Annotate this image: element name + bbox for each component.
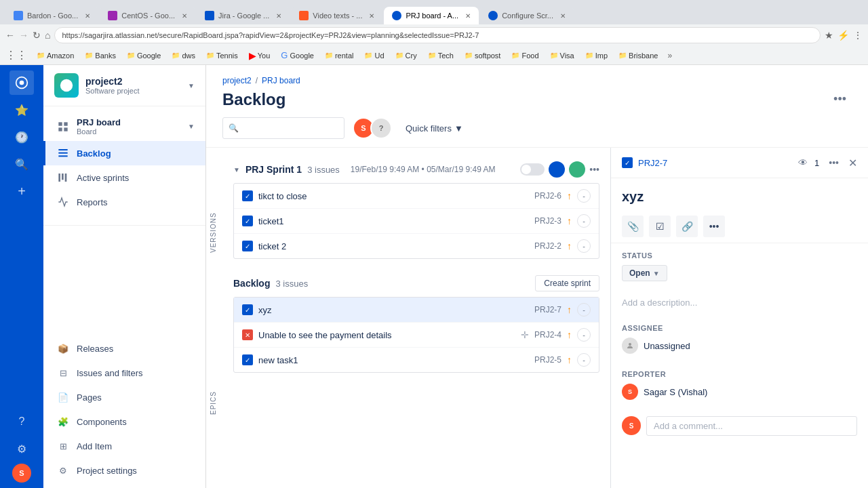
checklist-button[interactable]: ☑ (649, 216, 671, 237)
backlog-item-2[interactable]: ✕ Unable to see the payment details ✛ PR… (234, 323, 599, 348)
status-badge[interactable]: Open ▼ (622, 265, 667, 281)
rail-avatar[interactable]: S (12, 464, 31, 483)
search-box[interactable]: 🔍 (222, 117, 344, 139)
bookmark-ud[interactable]: 📁Ud (360, 50, 388, 61)
backlog-item-1[interactable]: ✓ xyz PRJ2-7 ↑ - (234, 298, 599, 323)
bookmark-rental[interactable]: 📁rental (321, 50, 358, 61)
issues-icon: ⊟ (56, 366, 70, 380)
sprint-toggle-switch[interactable] (520, 163, 545, 176)
tab-jira[interactable]: Jira - Google ... ✕ (197, 7, 290, 24)
detail-more-button[interactable]: ••• (825, 156, 843, 169)
item-checkbox-2[interactable]: ✓ (242, 216, 253, 226)
forward-btn[interactable]: → (19, 30, 28, 41)
bookmark-cry[interactable]: 📁Cry (391, 50, 421, 61)
bookmark-banks[interactable]: 📁Banks (81, 50, 120, 61)
rail-search[interactable]: 🔍 (9, 152, 34, 176)
item-action-2[interactable]: - (577, 214, 591, 228)
item-action-3[interactable]: - (577, 239, 591, 253)
more-options-button[interactable]: ••• (828, 89, 852, 109)
sidebar-item-reports[interactable]: Reports (43, 190, 205, 214)
sprint-count: 3 issues (307, 165, 340, 175)
backlog-item-checkbox-1[interactable]: ✓ (242, 304, 253, 315)
attach-button[interactable]: 📎 (622, 216, 644, 237)
backlog-item-action-1[interactable]: - (577, 303, 591, 317)
detail-issue-id[interactable]: PRJ2-7 (638, 158, 667, 168)
rail-help[interactable]: ? (9, 409, 34, 434)
bookmark-tennis[interactable]: 📁Tennis (202, 50, 242, 61)
sprint-header[interactable]: ▼ PRJ Sprint 1 3 issues 19/Feb/19 9:49 A… (233, 156, 599, 183)
sidebar-divider-1 (43, 225, 205, 226)
drag-handle-2[interactable]: ✛ (521, 329, 529, 340)
comment-input[interactable]: Add a comment... (646, 416, 857, 436)
sprint-item-1[interactable]: ✓ tikct to close PRJ2-6 ↑ - (234, 184, 599, 209)
more-bookmarks[interactable]: » (667, 51, 672, 60)
create-sprint-button[interactable]: Create sprint (535, 275, 599, 291)
sidebar-item-issues[interactable]: ⊟ Issues and filters (43, 361, 205, 385)
sprint-more-button[interactable]: ••• (589, 164, 599, 175)
backlog-item-action-2[interactable]: - (577, 328, 591, 342)
sidebar-item-board[interactable]: PRJ board Board ▼ (43, 112, 205, 141)
detail-issue-checkbox[interactable]: ✓ (622, 157, 633, 168)
backlog-item-action-3[interactable]: - (577, 353, 591, 367)
rail-recent[interactable]: 🕐 (9, 125, 34, 149)
backlog-item-checkbox-2[interactable]: ✕ (242, 329, 253, 340)
breadcrumb-project[interactable]: project2 (222, 76, 252, 85)
backlog-section: Backlog 3 issues Create sprint ✓ xyz PRJ… (233, 270, 599, 373)
apps-icon[interactable]: ⋮⋮ (5, 49, 27, 62)
bookmark-star[interactable]: ★ (825, 30, 833, 41)
sidebar-item-backlog[interactable]: Backlog (43, 141, 205, 165)
item-checkbox-1[interactable]: ✓ (242, 190, 253, 201)
bookmark-softpost[interactable]: 📁softpost (460, 50, 505, 61)
sidebar-item-active-sprints[interactable]: Active sprints (43, 165, 205, 190)
rail-logo[interactable] (9, 70, 34, 95)
back-btn[interactable]: ← (5, 30, 15, 41)
sprint-item-3[interactable]: ✓ ticket 2 PRJ2-2 ↑ - (234, 234, 599, 258)
tab-configure[interactable]: Configure Scr... ✕ (480, 7, 574, 24)
svg-rect-4 (64, 122, 67, 125)
sidebar-item-components[interactable]: 🧩 Components (43, 409, 205, 434)
more-actions-button[interactable]: ••• (703, 216, 725, 237)
svg-point-13 (629, 343, 631, 346)
sprint-item-2[interactable]: ✓ ticket1 PRJ2-3 ↑ - (234, 209, 599, 234)
sidebar-item-pages[interactable]: 📄 Pages (43, 385, 205, 409)
backlog-item-checkbox-3[interactable]: ✓ (242, 354, 253, 365)
tab-video[interactable]: Video texts - ... ✕ (291, 7, 382, 24)
bookmark-google[interactable]: 📁Google (123, 50, 165, 61)
bookmark-visa[interactable]: 📁Visa (546, 50, 578, 61)
breadcrumb-board[interactable]: PRJ board (262, 76, 300, 85)
reload-btn[interactable]: ↻ (33, 30, 41, 41)
bookmark-you[interactable]: ▶You (245, 49, 275, 62)
link-button[interactable]: 🔗 (676, 216, 698, 237)
item-action-1[interactable]: - (577, 189, 591, 203)
rail-starred[interactable]: ⭐ (9, 98, 34, 122)
rail-settings[interactable]: ⚙ (9, 436, 34, 461)
sidebar-item-add-item[interactable]: ⊞ Add Item (43, 434, 205, 458)
item-checkbox-3[interactable]: ✓ (242, 241, 253, 251)
home-btn[interactable]: ⌂ (45, 30, 50, 41)
avatar-user2[interactable]: ? (370, 117, 392, 139)
tab-centos[interactable]: CentOS - Goo... ✕ (100, 7, 195, 24)
tab-prj-board[interactable]: PRJ board - A... ✕ (384, 7, 479, 24)
backlog-item-3[interactable]: ✓ new task1 PRJ2-5 ↑ - (234, 348, 599, 372)
search-input[interactable] (243, 123, 338, 134)
description-placeholder[interactable]: Add a description... (622, 298, 857, 308)
tab-bardon[interactable]: Bardon - Goo... ✕ (5, 7, 98, 24)
detail-close-button[interactable]: ✕ (848, 157, 857, 169)
bookmark-food[interactable]: 📁Food (507, 50, 542, 61)
bookmark-dws[interactable]: 📁dws (167, 50, 199, 61)
reports-nav-label: Reports (77, 197, 108, 207)
toolbar: 🔍 S ? Quick filters ▼ (206, 117, 868, 148)
project-header[interactable]: project2 Software project ▼ (43, 65, 205, 106)
sidebar-item-releases[interactable]: 📦 Releases (43, 336, 205, 361)
sidebar-item-project-settings[interactable]: ⚙ Project settings (43, 458, 205, 483)
bookmark-tech[interactable]: 📁Tech (424, 50, 458, 61)
bookmark-imp[interactable]: 📁Imp (581, 50, 612, 61)
rail-add[interactable]: + (9, 179, 34, 203)
extension-btn[interactable]: ⚡ (837, 30, 849, 41)
menu-btn[interactable]: ⋮ (853, 30, 863, 41)
bookmark-amazon[interactable]: 📁Amazon (33, 50, 78, 61)
quick-filters-button[interactable]: Quick filters ▼ (400, 119, 469, 138)
address-input[interactable]: https://sagarjira.atlassian.net/secure/R… (54, 27, 821, 43)
bookmark-brisbane[interactable]: 📁Brisbane (614, 50, 662, 61)
bookmark-google2[interactable]: GGoogle (277, 49, 318, 62)
